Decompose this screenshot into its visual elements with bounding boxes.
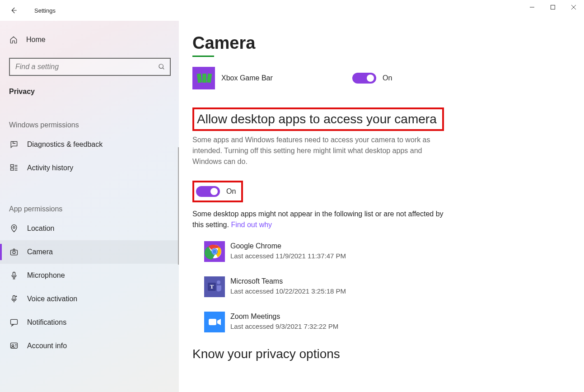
sidebar: Home Privacy Windows permissions Diagnos… <box>0 21 179 392</box>
xbox-toggle[interactable] <box>352 73 376 84</box>
app-name: Xbox Game Bar <box>221 74 352 82</box>
nav-notifications[interactable]: Notifications <box>0 311 179 334</box>
app-name: Microsoft Teams <box>230 276 346 286</box>
chrome-icon <box>204 241 225 262</box>
nav-item-label: Microphone <box>27 271 65 280</box>
window-title: Settings <box>34 7 56 14</box>
notifications-icon <box>9 318 19 327</box>
nav-home-label: Home <box>26 36 46 44</box>
arrow-left-icon <box>9 6 18 14</box>
nav-account-info[interactable]: Account info <box>0 334 179 358</box>
list-item: Zoom Meetings Last accessed 9/3/2021 7:3… <box>204 312 570 332</box>
desktop-apps-list: Google Chrome Last accessed 11/9/2021 11… <box>204 241 570 332</box>
minimize-icon <box>529 5 535 10</box>
maximize-button[interactable] <box>542 0 563 14</box>
svg-rect-16 <box>13 296 15 300</box>
page-title: Camera <box>192 33 570 53</box>
close-icon <box>571 5 576 10</box>
svg-point-14 <box>13 251 15 254</box>
search-box[interactable] <box>9 58 171 76</box>
close-button[interactable] <box>563 0 584 14</box>
svg-rect-18 <box>11 319 18 324</box>
section-description: Some apps and Windows features need to a… <box>192 135 445 167</box>
toggle-state: On <box>383 74 392 82</box>
highlight-box-heading: Allow desktop apps to access your camera <box>192 107 444 131</box>
list-item: Google Chrome Last accessed 11/9/2021 11… <box>204 241 570 262</box>
svg-point-35 <box>217 280 220 284</box>
find-out-why-link[interactable]: Find out why <box>231 221 272 229</box>
svg-rect-25 <box>202 74 206 83</box>
app-last-accessed: Last accessed 10/22/2021 3:25:18 PM <box>230 286 346 296</box>
svg-text:T: T <box>210 283 214 290</box>
nav-item-label: Activity history <box>27 164 73 172</box>
app-last-accessed: Last accessed 11/9/2021 11:37:47 PM <box>230 251 346 261</box>
window-controls <box>522 0 584 14</box>
nav-item-label: Camera <box>27 248 53 256</box>
nav-item-label: Diagnostics & feedback <box>27 140 103 149</box>
voice-icon <box>9 294 19 303</box>
nav-item-label: Location <box>27 224 55 233</box>
nav-item-label: Voice activation <box>27 295 77 303</box>
teams-icon: T <box>204 276 225 297</box>
svg-point-20 <box>12 345 14 346</box>
nav-location[interactable]: Location <box>0 217 179 240</box>
svg-point-17 <box>16 296 17 297</box>
home-icon <box>9 36 18 44</box>
desktop-apps-toggle[interactable] <box>196 186 220 197</box>
nav-item-label: Account info <box>27 342 67 350</box>
camera-icon <box>9 247 19 257</box>
microphone-icon <box>9 271 19 280</box>
nav-microphone[interactable]: Microphone <box>0 264 179 287</box>
highlight-box-toggle: On <box>192 181 243 202</box>
back-button[interactable] <box>5 2 22 19</box>
group-app-permissions: App permissions <box>9 205 179 213</box>
search-icon <box>158 63 165 70</box>
history-icon <box>9 163 19 173</box>
search-input[interactable] <box>14 62 158 71</box>
note-body: Some desktop apps might not appear in th… <box>192 210 444 229</box>
section-heading: Allow desktop apps to access your camera <box>195 111 439 127</box>
content: Camera Xbox Game Bar On Allow desktop ap… <box>179 21 584 392</box>
svg-rect-1 <box>551 5 555 9</box>
nav-diagnostics[interactable]: Diagnostics & feedback <box>0 133 179 156</box>
svg-rect-37 <box>209 319 216 325</box>
note-text: Some desktop apps might not appear in th… <box>192 209 445 230</box>
svg-line-5 <box>163 68 164 69</box>
nav-home[interactable]: Home <box>9 30 179 50</box>
svg-point-31 <box>213 250 217 254</box>
app-name: Zoom Meetings <box>230 312 338 322</box>
svg-rect-7 <box>11 168 14 170</box>
maximize-icon <box>550 5 556 10</box>
titlebar: Settings <box>0 0 584 21</box>
svg-rect-15 <box>13 272 15 276</box>
account-icon <box>9 341 19 350</box>
app-row-xbox: Xbox Game Bar On <box>192 67 570 89</box>
group-windows-permissions: Windows permissions <box>9 121 179 129</box>
app-name: Google Chrome <box>230 241 346 251</box>
svg-point-4 <box>159 64 163 68</box>
zoom-icon <box>204 312 225 332</box>
minimize-button[interactable] <box>522 0 542 14</box>
title-underline <box>192 56 214 57</box>
location-icon <box>9 224 19 233</box>
list-item: T Microsoft Teams Last accessed 10/22/20… <box>204 276 570 297</box>
app-last-accessed: Last accessed 9/3/2021 7:32:22 PM <box>230 322 338 331</box>
feedback-icon <box>9 140 19 149</box>
bottom-heading: Know your privacy options <box>192 347 570 361</box>
nav-camera[interactable]: Camera <box>0 240 179 264</box>
nav-item-label: Notifications <box>27 318 66 327</box>
nav-activity-history[interactable]: Activity history <box>0 156 179 180</box>
svg-rect-6 <box>11 165 14 167</box>
xbox-game-bar-icon <box>192 67 215 89</box>
svg-point-12 <box>13 226 15 228</box>
toggle-state: On <box>226 187 236 196</box>
nav-voice-activation[interactable]: Voice activation <box>0 287 179 311</box>
sidebar-current-area: Privacy <box>9 88 179 96</box>
